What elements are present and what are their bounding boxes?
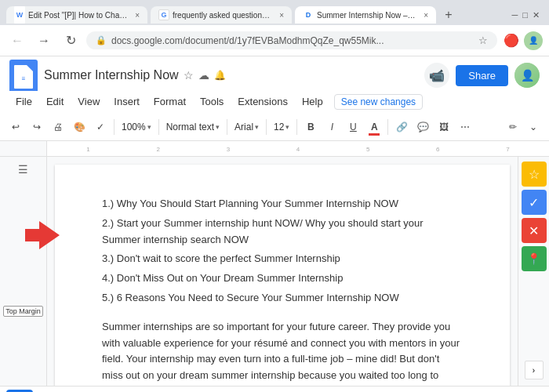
tab-close-summer[interactable]: × (424, 11, 428, 20)
divider-1 (114, 119, 115, 135)
new-tab-button[interactable]: + (439, 5, 458, 24)
undo-button[interactable]: ↩ (6, 117, 25, 137)
menu-tools[interactable]: Tools (194, 94, 230, 110)
list-item-5: 5.) 6 Reasons You Need to Secure Your Su… (102, 290, 463, 307)
left-sidebar: ☰ Top Margin (0, 157, 47, 386)
expand-panel-button[interactable]: › (525, 361, 544, 379)
close-button[interactable]: ✕ (533, 10, 540, 20)
divider-3 (227, 119, 227, 135)
address-bar[interactable]: 🔒 docs.google.com/document/d/1y7fEVBaMod… (86, 31, 497, 49)
tab-close-faq[interactable]: × (279, 11, 284, 20)
list-item-4: 4.) Don't Miss Out on Your Dream Summer … (102, 270, 463, 287)
divider-4 (266, 119, 267, 135)
spell-check-button[interactable]: ✓ (91, 117, 110, 137)
tab-icon-summer: D (303, 9, 314, 20)
document-page: 1.) Why You Should Start Planning Your S… (55, 165, 510, 386)
menu-format[interactable]: Format (147, 94, 192, 110)
forward-button[interactable]: → (33, 30, 55, 52)
star-icon[interactable]: ☆ (478, 34, 488, 46)
list-item-1: 1.) Why You Should Start Planning Your S… (102, 196, 463, 212)
meet-icon[interactable]: 📹 (424, 63, 449, 88)
zoom-dropdown[interactable]: 100% ▾ (118, 117, 155, 137)
tab-close-edit[interactable]: × (135, 11, 140, 20)
profile-icon[interactable]: 👤 (524, 31, 543, 50)
paint-format-button[interactable]: 🎨 (70, 117, 89, 137)
menu-bar: File Edit View Insert Format Tools Exten… (9, 93, 540, 113)
menu-view[interactable]: View (71, 94, 106, 110)
bottom-bar: 📹 (0, 386, 549, 392)
size-dropdown[interactable]: 12 ▾ (271, 117, 293, 137)
tab-label-summer: Summer Internship Now – Go... (317, 11, 417, 20)
menu-extensions[interactable]: Extensions (231, 94, 294, 110)
list-item-2: 2.) Start your Summer internship hunt NO… (102, 216, 463, 249)
edit-mode-button[interactable]: ✏ (504, 117, 522, 137)
tab-label-faq: frequently asked questions at... (173, 11, 273, 20)
style-arrow: ▾ (216, 123, 220, 131)
font-dropdown[interactable]: Arial ▾ (231, 117, 262, 137)
share-button[interactable]: Share (456, 65, 508, 86)
lock-icon: 🔒 (96, 35, 107, 45)
italic-button[interactable]: I (322, 117, 341, 137)
tab-summer[interactable]: D Summer Internship Now – Go... × (295, 6, 436, 24)
extensions-icon[interactable]: 🔴 (502, 31, 521, 50)
tab-icon-faq: G (158, 9, 169, 20)
star-doc-icon[interactable]: ☆ (184, 69, 194, 82)
right-sidebar: ☆ ✓ ✕ 📍 › (518, 157, 549, 386)
bold-button[interactable]: B (301, 117, 320, 137)
text-color-button[interactable]: A (365, 117, 384, 137)
divider-6 (387, 119, 388, 135)
yellow-sidebar-icon[interactable]: ☆ (522, 162, 547, 187)
menu-help[interactable]: Help (296, 94, 329, 110)
url-text: docs.google.com/document/d/1y7fEVBaModhm… (111, 35, 474, 46)
docs-logo: ≡ (9, 60, 38, 91)
zoom-arrow: ▾ (147, 123, 151, 131)
ruler: 1234567 (47, 141, 549, 156)
red-sidebar-icon[interactable]: ✕ (522, 218, 547, 243)
expand-button[interactable]: ⌄ (524, 117, 543, 137)
tab-faq[interactable]: G frequently asked questions at... × (151, 6, 292, 24)
list-item-3: 3.) Don't wait to score the perfect Summ… (102, 251, 463, 267)
top-margin-label: Top Margin (3, 306, 43, 317)
minimize-button[interactable]: ─ (512, 10, 518, 20)
document-list: 1.) Why You Should Start Planning Your S… (102, 196, 463, 307)
green-sidebar-icon[interactable]: 📍 (522, 246, 547, 271)
divider-5 (296, 119, 297, 135)
formatting-toolbar: ↩ ↪ 🖨 🎨 ✓ 100% ▾ Normal text ▾ Arial ▾ 1… (0, 113, 549, 141)
menu-edit[interactable]: Edit (40, 94, 70, 110)
page-nav-icon[interactable]: ☰ (18, 163, 28, 176)
image-button[interactable]: 🖼 (434, 117, 453, 137)
ruler-left (0, 141, 47, 156)
document-paragraph: Summer internships are so important for … (102, 319, 463, 386)
style-dropdown[interactable]: Normal text ▾ (163, 117, 223, 137)
back-button[interactable]: ← (6, 30, 28, 52)
link-button[interactable]: 🔗 (392, 117, 411, 137)
tab-label-edit: Edit Post "[P]| How to Change... (28, 11, 129, 20)
print-button[interactable]: 🖨 (49, 117, 67, 137)
font-arrow: ▾ (255, 123, 259, 131)
divider-2 (158, 119, 159, 135)
svg-marker-0 (25, 221, 60, 249)
cloud-icon: ☁ (198, 69, 209, 82)
maximize-button[interactable]: □ (522, 10, 528, 20)
comment-button[interactable]: 💬 (413, 117, 432, 137)
menu-file[interactable]: File (9, 94, 38, 110)
redo-button[interactable]: ↪ (27, 117, 46, 137)
reload-button[interactable]: ↻ (60, 30, 82, 52)
notification-icon[interactable]: 🔔 (214, 70, 226, 81)
tab-edit-post[interactable]: W Edit Post "[P]| How to Change... × (6, 6, 147, 24)
more-button[interactable]: ⋯ (456, 117, 474, 137)
menu-insert[interactable]: Insert (107, 94, 146, 110)
underline-button[interactable]: U (344, 117, 362, 137)
tab-icon-edit: W (14, 9, 25, 20)
size-arrow: ▾ (285, 123, 289, 131)
doc-scroll-area[interactable]: 1.) Why You Should Start Planning Your S… (47, 157, 518, 386)
document-title[interactable]: Summer Internship Now (44, 68, 179, 82)
see-changes-button[interactable]: See new changes (334, 94, 423, 110)
blue-sidebar-icon[interactable]: ✓ (522, 190, 547, 215)
user-avatar[interactable]: 👤 (514, 63, 540, 88)
